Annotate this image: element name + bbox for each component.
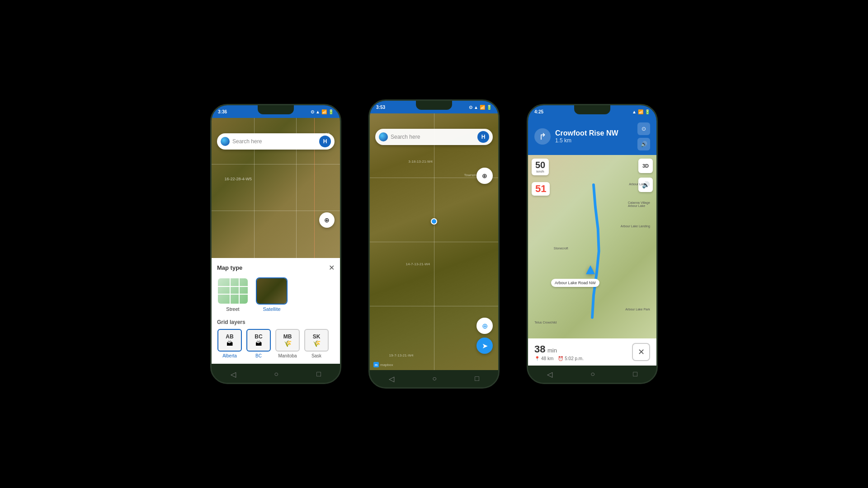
sk-badge: SK 🌾 xyxy=(304,329,329,352)
home-button-2[interactable]: ○ xyxy=(432,375,437,383)
speed-limit-unit: km/h xyxy=(535,169,545,174)
time-display-3: 4:25 xyxy=(534,109,543,114)
grid-bc[interactable]: BC 🏔 BC xyxy=(246,329,271,358)
navigate-button[interactable]: ➤ xyxy=(476,338,493,354)
grid-ab[interactable]: AB 🏔 Alberta xyxy=(217,329,242,358)
close-button[interactable]: ✕ xyxy=(329,263,335,272)
search-bar-2[interactable]: Search here H xyxy=(375,129,493,145)
phone-3-screen: ↱ Crowfoot Rise NW 1.5 km ⊙ 🔊 xyxy=(528,118,656,366)
mb-label: Manitoba xyxy=(278,353,297,358)
home-button-3[interactable]: ○ xyxy=(590,370,595,378)
direction-bar: ↱ Crowfoot Rise NW 1.5 km ⊙ 🔊 xyxy=(528,118,656,155)
layers-button-2[interactable]: ⊕ xyxy=(476,168,493,184)
place-calanna: Calanna VillageArbour Lake xyxy=(628,201,650,207)
status-left: 3:36 xyxy=(218,109,227,114)
section-label-3: 19-7-13-21-W4 xyxy=(389,353,414,357)
map-type-satellite[interactable]: Satellite xyxy=(256,277,288,312)
grid-sk[interactable]: SK 🌾 Sask xyxy=(304,329,329,358)
sl-h2 xyxy=(218,294,248,295)
mapbox-logo: m xyxy=(373,362,379,367)
map-label-1: 16-22-28-4-W5 xyxy=(224,177,252,181)
recent-button[interactable]: □ xyxy=(316,370,321,378)
sk-code: SK xyxy=(313,333,321,340)
grid-v-p2-1 xyxy=(434,113,434,370)
ab-code: AB xyxy=(226,333,233,340)
current-speed: 51 xyxy=(535,184,546,194)
eta-arrival: ⏰ 5:02 p.m. xyxy=(558,356,584,361)
back-button-2[interactable]: ◁ xyxy=(389,375,394,383)
status-left-2: 3:53 xyxy=(376,105,385,110)
grid-mb[interactable]: MB 🌾 Manitoba xyxy=(275,329,300,358)
signal-icon-3: ▲ xyxy=(632,109,637,114)
distance-value: 48 km xyxy=(541,356,553,361)
sound-control-button[interactable]: 🔊 xyxy=(637,138,650,150)
compass-button[interactable]: ⊙ xyxy=(637,122,650,135)
navigate-icon: ➤ xyxy=(482,342,488,350)
3d-map-button[interactable]: 3D xyxy=(638,159,653,173)
direction-street: Crowfoot Rise NW xyxy=(555,129,633,137)
eta-info: 38 min 📍 48 km ⏰ 5:02 p.m. xyxy=(534,343,632,361)
globe-icon xyxy=(221,137,230,146)
phone-3: 4:25 ▲ 📶 🔋 ↱ Crowfoot Rise NW 1.5 km ⊙ 🔊 xyxy=(527,104,658,384)
satellite-label: Satellite xyxy=(263,306,280,312)
place-park: Arbour Lake Park xyxy=(625,308,650,311)
sk-icon: 🌾 xyxy=(313,340,321,347)
sk-label: Sask xyxy=(311,353,321,358)
search-bar-1[interactable]: Search here H xyxy=(217,133,335,150)
location-icon-2: ⊙ xyxy=(469,105,472,110)
pin-icon: 📍 xyxy=(534,356,540,361)
grid-layers-title: Grid layers xyxy=(217,319,335,325)
location-icon: ⊙ xyxy=(311,109,314,114)
grid-h-2 xyxy=(212,211,340,211)
place-telus: Telus Crowchild xyxy=(534,321,557,324)
eta-panel: 38 min 📍 48 km ⏰ 5:02 p.m. ✕ xyxy=(528,338,656,366)
cancel-navigation-button[interactable]: ✕ xyxy=(632,343,650,361)
ab-label: Alberta xyxy=(222,353,237,358)
eta-unit: min xyxy=(547,347,557,354)
time-display: 3:36 xyxy=(218,109,227,114)
mb-icon: 🌾 xyxy=(284,340,292,347)
user-avatar-2[interactable]: H xyxy=(477,131,489,143)
street-thumb-preview xyxy=(218,278,248,304)
bc-code: BC xyxy=(255,333,262,340)
section-label-2: 14-7-13-21-W4 xyxy=(406,262,430,266)
phone-1-screen: Search here H 16-22-28-4-W5 13 ⊕ Map typ… xyxy=(212,118,340,366)
wifi-icon-3: 📶 xyxy=(638,109,643,114)
location-marker xyxy=(431,218,437,225)
sl-h1 xyxy=(218,286,248,287)
sl-v2 xyxy=(239,278,240,304)
globe-icon-2 xyxy=(379,132,388,141)
location-button[interactable]: ⊕ xyxy=(476,318,493,334)
satellite-thumb-preview xyxy=(257,278,287,304)
mb-badge: MB 🌾 xyxy=(275,329,300,352)
speed-limit-box: 50 km/h xyxy=(532,159,549,175)
signal-icon: ▲ xyxy=(316,109,320,114)
battery-icon-2: 🔋 xyxy=(486,105,492,110)
search-placeholder: Search here xyxy=(232,138,316,145)
back-button[interactable]: ◁ xyxy=(231,370,236,379)
phone-3-nav: ◁ ○ □ xyxy=(528,366,656,383)
wifi-icon-2: 📶 xyxy=(480,105,485,110)
map-type-panel: Map type ✕ Street xyxy=(212,258,340,364)
home-button[interactable]: ○ xyxy=(274,370,278,378)
direction-distance: 1.5 km xyxy=(555,137,633,144)
status-right-3: ▲ 📶 🔋 xyxy=(632,109,650,114)
map-area-2: Township Rd 132 3-18-13-21-W4 14-7-13-21… xyxy=(370,113,498,370)
battery-icon-3: 🔋 xyxy=(645,109,650,114)
map-type-street[interactable]: Street xyxy=(217,277,249,312)
sl-v1 xyxy=(230,278,231,304)
bc-badge: BC 🏔 xyxy=(246,329,271,352)
recent-button-3[interactable]: □ xyxy=(633,370,637,378)
back-button-3[interactable]: ◁ xyxy=(547,370,552,379)
recent-button-2[interactable]: □ xyxy=(475,375,479,383)
layers-button[interactable]: ⊕ xyxy=(319,212,335,228)
satellite-thumb xyxy=(256,277,288,305)
user-avatar[interactable]: H xyxy=(319,136,331,147)
clock-icon: ⏰ xyxy=(558,356,563,361)
arrival-time: 5:02 p.m. xyxy=(565,356,584,361)
panel-title: Map type xyxy=(217,264,242,271)
phone-1-nav: ◁ ○ □ xyxy=(212,366,340,383)
phone-2-nav: ◁ ○ □ xyxy=(370,370,498,387)
phone-1-notch xyxy=(258,105,294,114)
grid-h-1 xyxy=(212,164,340,164)
